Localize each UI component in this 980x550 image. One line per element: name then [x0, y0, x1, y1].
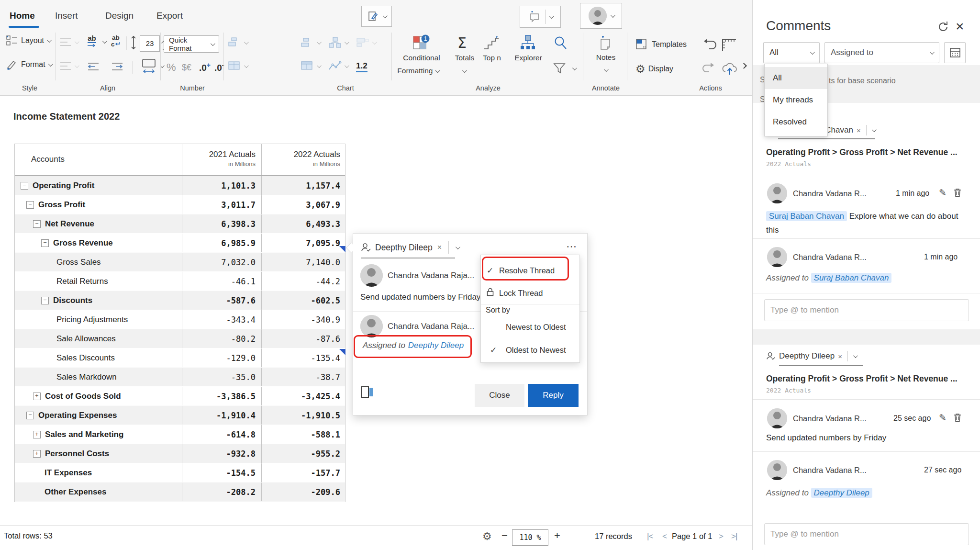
newest-to-oldest-menu-item[interactable]: Newest to Oldest	[481, 317, 579, 337]
value-2022-cell[interactable]: 7,095.9	[262, 234, 345, 252]
text-overflow-button[interactable]: ab	[87, 34, 97, 47]
dropdown-option-resolved[interactable]: Resolved	[765, 111, 827, 133]
collapse-icon[interactable]: −	[21, 182, 28, 190]
value-2022-cell[interactable]: -44.2	[262, 272, 345, 291]
chevron-down-icon[interactable]	[604, 67, 609, 72]
column-header-accounts[interactable]: Accounts	[15, 144, 182, 175]
reply-button[interactable]: Reply	[528, 384, 579, 407]
hierarchy-chart-button[interactable]	[328, 36, 348, 49]
account-cell[interactable]: −Operating Profit	[15, 176, 182, 195]
value-2021-cell[interactable]: -129.0	[182, 348, 262, 367]
table-row[interactable]: −Discounts-587.6-602.5	[15, 291, 345, 310]
value-2021-cell[interactable]: 6,985.9	[182, 234, 262, 252]
value-2022-cell[interactable]: 7,140.0	[262, 253, 345, 271]
chevron-down-icon[interactable]	[872, 127, 877, 132]
edit-comment-icon[interactable]: ✎	[939, 412, 947, 423]
account-cell[interactable]: −Net Revenue	[15, 214, 182, 233]
totals-label[interactable]: Totals	[448, 54, 481, 62]
value-2022-cell[interactable]: 3,067.9	[262, 195, 345, 214]
last-page-button[interactable]: >|	[731, 532, 737, 541]
ruler-button[interactable]	[722, 37, 737, 52]
refresh-icon[interactable]	[937, 21, 949, 33]
delete-comment-icon[interactable]	[954, 413, 961, 422]
popup-assignee-tag[interactable]: Deepthy Dileep ×	[361, 241, 459, 254]
templates-button[interactable]: Templates	[635, 38, 687, 51]
display-button[interactable]: ⚙ Display	[635, 63, 673, 75]
table-row[interactable]: −Gross Profit3,011.73,067.9	[15, 195, 345, 214]
comment-marker-sales-discounts[interactable]	[339, 349, 345, 355]
table-row[interactable]: −Operating Profit1,101.31,157.4	[15, 176, 345, 195]
value-2022-cell[interactable]: -209.6	[262, 483, 345, 501]
comment-thread-card[interactable]: Suraj Baban Chavan × Operating Profit > …	[753, 103, 980, 329]
table-row[interactable]: Sales Markdown-35.0-38.7	[15, 368, 345, 387]
assigned-to-chip[interactable]: Suraj Baban Chavan	[811, 273, 892, 283]
account-cell[interactable]: Pricing Adjustments	[15, 310, 182, 329]
collapse-icon[interactable]: −	[41, 297, 49, 304]
value-2021-cell[interactable]: -154.5	[182, 463, 262, 482]
annotate-pen-button[interactable]	[361, 6, 392, 27]
delete-comment-icon[interactable]	[954, 188, 961, 197]
quick-format-select[interactable]: Quick Format	[164, 35, 219, 53]
account-cell[interactable]: Gross Sales	[15, 253, 182, 271]
zoom-out-button[interactable]: −	[501, 529, 508, 542]
explorer-button[interactable]	[520, 34, 536, 52]
format-button[interactable]: Format	[6, 58, 52, 71]
account-cell[interactable]: −Operating Expenses	[15, 406, 182, 425]
column-width-button[interactable]	[141, 58, 163, 74]
account-cell[interactable]: +Sales and Marketing	[15, 425, 182, 444]
dropdown-option-all[interactable]: All	[765, 67, 827, 89]
table-row[interactable]: Sale Allowances-80.2-87.6	[15, 329, 345, 348]
value-2022-cell[interactable]: -1,910.5	[262, 406, 345, 425]
value-2022-cell[interactable]: -87.6	[262, 329, 345, 348]
value-2021-cell[interactable]: 3,011.7	[182, 195, 262, 214]
account-cell[interactable]: Sales Markdown	[15, 368, 182, 386]
account-cell[interactable]: +Cost of Goods Sold	[15, 387, 182, 405]
value-2022-cell[interactable]: -602.5	[262, 291, 345, 310]
oldest-to-newest-menu-item[interactable]: ✓ Oldest to Newest	[481, 340, 579, 359]
value-2021-cell[interactable]: -46.1	[182, 272, 262, 291]
reply-input[interactable]	[764, 523, 969, 545]
table-row[interactable]: Other Expenses-208.2-209.6	[15, 483, 345, 502]
search-button[interactable]	[553, 35, 568, 51]
prev-page-button[interactable]: <	[662, 532, 667, 541]
tab-insert[interactable]: Insert	[55, 11, 78, 21]
value-2022-cell[interactable]: 1,157.4	[262, 176, 345, 195]
comment-thread-card[interactable]: Deepthy Dileep × Operating Profit > Gros…	[753, 345, 980, 550]
table-row[interactable]: −Gross Revenue6,985.97,095.9	[15, 234, 345, 253]
table-settings-gear-icon[interactable]: ⚙	[482, 530, 492, 543]
collapse-icon[interactable]: −	[26, 201, 34, 209]
value-2021-cell[interactable]: -1,910.4	[182, 406, 262, 425]
publish-button[interactable]	[722, 61, 738, 76]
zoom-level-input[interactable]: 110 %	[512, 529, 548, 546]
wrap-text-button[interactable]: ab c	[111, 34, 121, 48]
row-height-input[interactable]: 23	[140, 35, 160, 52]
collapse-icon[interactable]: −	[26, 412, 34, 419]
redo-button[interactable]	[702, 62, 716, 75]
top-n-button[interactable]	[483, 35, 500, 51]
remove-assignee-icon[interactable]: ×	[838, 352, 842, 360]
increase-decimal-button[interactable]: .0+	[199, 61, 211, 73]
percent-format-button[interactable]: %	[167, 61, 176, 74]
value-2021-cell[interactable]: -80.2	[182, 329, 262, 348]
mention-chip[interactable]: Suraj Baban Chavan	[766, 211, 847, 221]
tab-design[interactable]: Design	[105, 11, 134, 21]
account-cell[interactable]: Other Expenses	[15, 483, 182, 501]
account-cell[interactable]: −Discounts	[15, 291, 182, 310]
value-2021-cell[interactable]: 6,398.3	[182, 214, 262, 233]
collapse-icon[interactable]: −	[33, 220, 41, 228]
value-2021-cell[interactable]: 1,101.3	[182, 176, 262, 195]
tab-home[interactable]: Home	[10, 11, 35, 21]
currency-format-button[interactable]: $€	[182, 63, 191, 73]
thread-options-icon[interactable]: ⋯	[566, 240, 578, 253]
value-2022-cell[interactable]: -157.7	[262, 463, 345, 482]
top-n-label[interactable]: Top n	[478, 54, 506, 62]
comment-marker-gross-revenue[interactable]	[339, 246, 345, 252]
conditional-label-1[interactable]: Conditional	[396, 54, 447, 62]
remove-assignee-icon[interactable]: ×	[857, 126, 861, 135]
value-2022-cell[interactable]: 6,493.3	[262, 214, 345, 233]
decimal-places-button[interactable]: 1.2	[356, 61, 368, 72]
value-2021-cell[interactable]: 7,032.0	[182, 253, 262, 271]
value-2022-cell[interactable]: -955.2	[262, 444, 345, 463]
ribbon-expand-chevron[interactable]	[742, 61, 746, 70]
notes-label[interactable]: Notes	[592, 53, 619, 62]
